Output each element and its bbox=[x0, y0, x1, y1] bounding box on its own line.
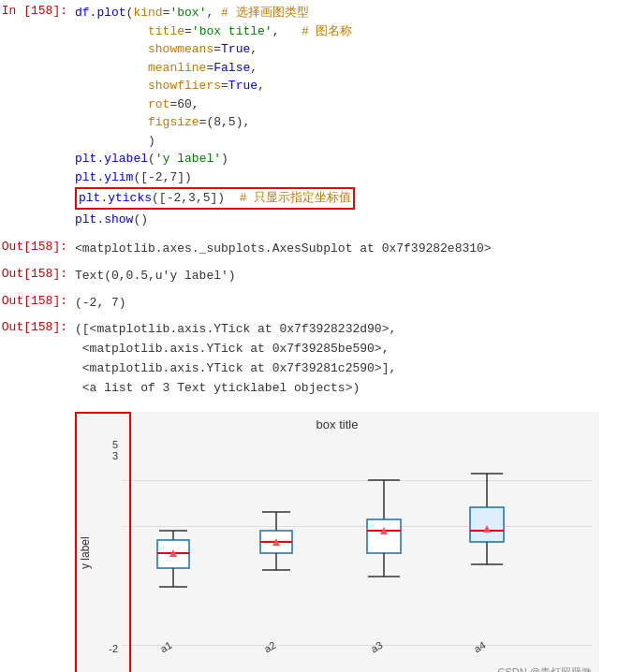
cell-out-label-1: Out[158]: bbox=[0, 238, 75, 261]
watermark: CSDN @青灯照壁微 bbox=[498, 665, 592, 672]
code-line-2: title='box title', # 图名称 bbox=[75, 22, 618, 41]
box-plot-svg bbox=[122, 439, 592, 645]
code-line-9: plt.ylabel('y label') bbox=[75, 150, 618, 168]
chart-plot: a1 a2 a3 a4 bbox=[122, 439, 592, 654]
code-line-10: plt.ylim([-2,7]) bbox=[75, 168, 618, 187]
code-line-7: figsize=(8,5), bbox=[75, 113, 618, 132]
chart-title: box title bbox=[75, 412, 599, 431]
svg-rect-23 bbox=[470, 507, 504, 542]
code-line-1: df.plot(kind='box', # 选择画图类型 bbox=[75, 4, 618, 22]
cell-in-label: In [158]: bbox=[0, 2, 75, 230]
svg-rect-16 bbox=[367, 519, 401, 553]
code-content: df.plot(kind='box', # 选择画图类型 title='box … bbox=[75, 2, 618, 230]
code-line-4: meanline=False, bbox=[75, 59, 618, 78]
code-line-6: rot=60, bbox=[75, 95, 618, 114]
chart-red-border-overlay bbox=[75, 412, 131, 672]
code-line-3: showmeans=True, bbox=[75, 40, 618, 59]
output-3: (-2, 7) bbox=[75, 292, 618, 315]
output-2: Text(0,0.5,u'y label') bbox=[75, 265, 618, 288]
output-4: ([<matplotlib.axis.YTick at 0x7f3928232d… bbox=[75, 318, 618, 400]
code-line-8: ) bbox=[75, 132, 618, 151]
cell-out-label-2: Out[158]: bbox=[0, 265, 75, 288]
code-line-5: showfliers=True, bbox=[75, 77, 618, 95]
code-line-12: plt.show() bbox=[75, 211, 618, 229]
grid-line-n2 bbox=[122, 645, 592, 646]
chart-area: box title y label 5 3 -2 bbox=[75, 412, 599, 672]
cell-out-label-3: Out[158]: bbox=[0, 292, 75, 315]
cell-out-label-4: Out[158]: bbox=[0, 318, 75, 400]
output-1: <matplotlib.axes._subplots.AxesSubplot a… bbox=[75, 238, 618, 261]
code-line-11-highlighted: plt.yticks([-2,3,5]) # 只显示指定坐标值 bbox=[75, 187, 355, 210]
